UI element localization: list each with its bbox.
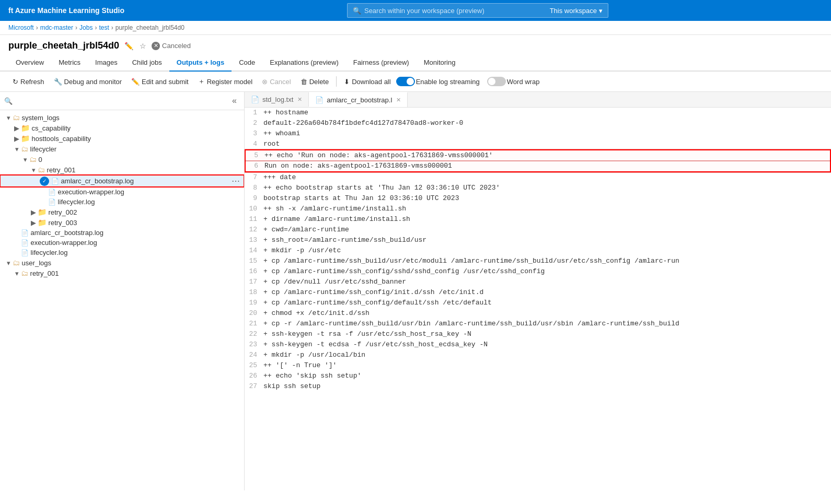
- tab-monitoring[interactable]: Monitoring: [417, 54, 463, 72]
- line-number-27: 27: [245, 381, 263, 392]
- tree-item-amlarc2[interactable]: 📄 amlarc_cr_bootstrap.log: [0, 228, 244, 238]
- main-content: 🔍 « ▾ 🗂 system_logs ▶ 📁 cs_capability: [0, 92, 831, 490]
- tree-item-retry001[interactable]: ▾ 🗂 retry_001: [0, 165, 244, 175]
- word-wrap-label: Word wrap: [507, 78, 540, 86]
- tab-outputs-logs[interactable]: Outputs + logs: [169, 54, 232, 72]
- line-content-22: + ssh-keygen -t rsa -f /usr/etc/ssh_host…: [263, 329, 831, 339]
- tree-arrow-cs: ▶: [13, 124, 21, 132]
- tree-item-retry001-user[interactable]: ▾ 🗂 retry_001: [0, 268, 244, 278]
- cancel-label: Cancel: [270, 78, 291, 86]
- code-tab-amlarc[interactable]: 📄 amlarc_cr_bootstrap.l ✕: [309, 92, 408, 107]
- tree-item-0[interactable]: ▾ 🗂 0: [0, 154, 244, 165]
- edit-submit-button[interactable]: ✏️ Edit and submit: [127, 76, 193, 88]
- register-label: Register model: [207, 78, 252, 86]
- line-content-15: + cp /amlarc-runtime/ssh_build/usr/etc/m…: [263, 256, 831, 266]
- code-line-14: 14+ mkdir -p /usr/etc: [245, 245, 831, 256]
- line-number-3: 3: [245, 128, 263, 139]
- tree-arrow-hosttools: ▶: [13, 135, 21, 143]
- tree-label-lifecycler: lifecycler: [28, 145, 244, 153]
- breadcrumb-mdc-master[interactable]: mdc-master: [40, 24, 73, 31]
- line-content-19: + cp /amlarc-runtime/ssh_config/default/…: [263, 298, 831, 308]
- file-tree-search-input[interactable]: [16, 97, 226, 105]
- code-content[interactable]: 1++ hostname2default-226a604b784f1bdefc4…: [245, 108, 831, 490]
- tab-fairness[interactable]: Fairness (preview): [346, 54, 417, 72]
- code-line-15: 15+ cp /amlarc-runtime/ssh_build/usr/etc…: [245, 256, 831, 266]
- tree-item-exec-wrapper[interactable]: 📄 execution-wrapper.log: [0, 187, 244, 197]
- edit-label: Edit and submit: [142, 78, 189, 86]
- chevron-down-icon: ▾: [599, 7, 603, 15]
- folder-icon-retry003: 📁: [38, 218, 47, 227]
- search-bar[interactable]: 🔍 This workspace ▾: [347, 3, 608, 18]
- breadcrumb-test[interactable]: test: [99, 24, 109, 31]
- tree-item-retry002[interactable]: ▶ 📁 retry_002: [0, 207, 244, 217]
- favorite-button[interactable]: ☆: [138, 41, 147, 51]
- folder-icon-lifecycler: 🗂: [21, 145, 28, 153]
- code-line-27: 27skip ssh setup: [245, 381, 831, 392]
- line-number-22: 22: [245, 329, 263, 339]
- workspace-selector[interactable]: This workspace ▾: [550, 7, 603, 15]
- delete-button[interactable]: 🗑 Delete: [296, 76, 333, 88]
- search-tree-icon: 🔍: [4, 97, 13, 105]
- word-wrap-toggle[interactable]: [487, 77, 506, 86]
- search-input[interactable]: [364, 7, 547, 15]
- tree-label-exec2: execution-wrapper.log: [29, 239, 244, 247]
- debug-label: Debug and monitor: [64, 78, 122, 86]
- close-tab-std[interactable]: ✕: [297, 96, 302, 103]
- line-number-4: 4: [245, 139, 263, 149]
- tree-item-lifecycler-log2[interactable]: 📄 lifecycler.log: [0, 248, 244, 257]
- code-line-21: 21+ cp -r /amlarc-runtime/ssh_build/usr/…: [245, 319, 831, 329]
- tree-item-amlarc-bootstrap[interactable]: ✓ 📄 amlarc_cr_bootstrap.log ⋯: [0, 175, 244, 187]
- status-text: Canceled: [162, 42, 191, 50]
- code-line-22: 22+ ssh-keygen -t rsa -f /usr/etc/ssh_ho…: [245, 329, 831, 339]
- edit-title-button[interactable]: ✏️: [123, 41, 134, 51]
- tree-label-retry001-user: retry_001: [28, 269, 244, 277]
- tree-item-retry003[interactable]: ▶ 📁 retry_003: [0, 217, 244, 228]
- register-model-button[interactable]: ＋ Register model: [194, 75, 257, 88]
- line-number-18: 18: [245, 287, 263, 298]
- line-content-7: +++ date: [263, 172, 831, 183]
- download-icon: ⬇: [344, 78, 350, 86]
- refresh-button[interactable]: ↻ Refresh: [8, 76, 49, 88]
- more-options-amlarc[interactable]: ⋯: [227, 176, 244, 186]
- tree-item-system-logs[interactable]: ▾ 🗂 system_logs: [0, 112, 244, 123]
- line-number-19: 19: [245, 298, 263, 308]
- plus-icon: ＋: [198, 77, 205, 86]
- breadcrumb-jobs[interactable]: Jobs: [79, 24, 93, 31]
- tab-code[interactable]: Code: [232, 54, 262, 72]
- download-all-button[interactable]: ⬇ Download all: [340, 76, 395, 88]
- download-label: Download all: [352, 78, 390, 86]
- tree-item-lifecycler[interactable]: ▾ 🗂 lifecycler: [0, 144, 244, 154]
- tab-explanations[interactable]: Explanations (preview): [262, 54, 346, 72]
- cancel-button[interactable]: ⊗ Cancel: [258, 76, 295, 88]
- breadcrumb-microsoft[interactable]: Microsoft: [8, 24, 34, 31]
- tab-metrics[interactable]: Metrics: [51, 54, 88, 72]
- tab-child-jobs[interactable]: Child jobs: [125, 54, 169, 72]
- workspace-label: This workspace: [550, 7, 597, 15]
- status-badge: ✕ Canceled: [152, 42, 191, 50]
- line-number-15: 15: [245, 256, 263, 266]
- close-tab-amlarc[interactable]: ✕: [396, 97, 401, 103]
- tree-label-user-logs: user_logs: [20, 259, 244, 267]
- tab-images[interactable]: Images: [88, 54, 125, 72]
- tree-label-amlarc2: amlarc_cr_bootstrap.log: [29, 229, 244, 237]
- code-line-5: 5++ echo 'Run on node: aks-agentpool-176…: [245, 149, 831, 161]
- line-number-13: 13: [245, 235, 263, 245]
- line-content-21: + cp -r /amlarc-runtime/ssh_build/usr/bi…: [263, 319, 831, 329]
- debug-button[interactable]: 🔧 Debug and monitor: [50, 76, 126, 88]
- folder-icon-user-logs: 🗂: [13, 259, 20, 267]
- code-tab-std-log[interactable]: 📄 std_log.txt ✕: [245, 92, 309, 107]
- log-streaming-toggle[interactable]: [396, 77, 415, 86]
- tree-label-retry002: retry_002: [47, 208, 244, 216]
- breadcrumb-current: purple_cheetah_jrbl54d0: [116, 24, 184, 31]
- line-number-23: 23: [245, 339, 263, 350]
- line-content-8: ++ echo bootstrap starts at 'Thu Jan 12 …: [263, 183, 831, 193]
- line-number-20: 20: [245, 308, 263, 319]
- tree-item-user-logs[interactable]: ▾ 🗂 user_logs: [0, 257, 244, 268]
- tree-item-exec2[interactable]: 📄 execution-wrapper.log: [0, 238, 244, 248]
- tab-overview[interactable]: Overview: [8, 54, 51, 72]
- code-line-19: 19+ cp /amlarc-runtime/ssh_config/defaul…: [245, 298, 831, 308]
- collapse-panel-button[interactable]: «: [229, 95, 240, 107]
- tree-item-lifecycler-log[interactable]: 📄 lifecycler.log: [0, 197, 244, 207]
- tree-item-hosttools[interactable]: ▶ 📁 hosttools_capability: [0, 133, 244, 144]
- tree-item-cs-capability[interactable]: ▶ 📁 cs_capability: [0, 123, 244, 133]
